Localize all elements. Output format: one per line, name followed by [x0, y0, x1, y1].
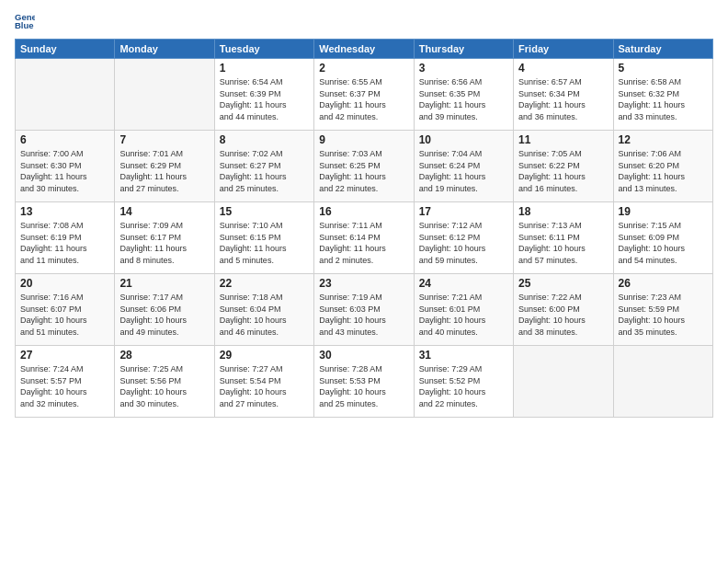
- calendar-cell: 8Sunrise: 7:02 AMSunset: 6:27 PMDaylight…: [214, 131, 313, 202]
- day-number: 8: [220, 133, 309, 146]
- day-number: 20: [20, 277, 109, 290]
- day-info: Sunrise: 6:57 AMSunset: 6:34 PMDaylight:…: [518, 76, 608, 122]
- calendar-cell: 28Sunrise: 7:25 AMSunset: 5:56 PMDayligh…: [115, 346, 214, 418]
- day-info: Sunrise: 7:06 AMSunset: 6:20 PMDaylight:…: [619, 148, 708, 194]
- weekday-header-sunday: Sunday: [16, 40, 115, 59]
- calendar-cell: 21Sunrise: 7:17 AMSunset: 6:06 PMDayligh…: [115, 274, 214, 346]
- calendar-cell: 26Sunrise: 7:23 AMSunset: 5:59 PMDayligh…: [613, 274, 712, 346]
- day-info: Sunrise: 7:24 AMSunset: 5:57 PMDaylight:…: [20, 363, 109, 409]
- calendar-cell: 12Sunrise: 7:06 AMSunset: 6:20 PMDayligh…: [613, 131, 712, 202]
- calendar-cell: 31Sunrise: 7:29 AMSunset: 5:52 PMDayligh…: [414, 346, 513, 418]
- calendar-week-4: 20Sunrise: 7:16 AMSunset: 6:07 PMDayligh…: [16, 274, 713, 346]
- day-info: Sunrise: 7:27 AMSunset: 5:54 PMDaylight:…: [220, 363, 309, 409]
- weekday-header-monday: Monday: [115, 40, 214, 59]
- day-number: 3: [419, 62, 508, 75]
- day-number: 14: [119, 205, 209, 218]
- day-number: 22: [220, 277, 309, 290]
- calendar-week-1: 1Sunrise: 6:54 AMSunset: 6:39 PMDaylight…: [16, 59, 713, 131]
- calendar-week-2: 6Sunrise: 7:00 AMSunset: 6:30 PMDaylight…: [16, 131, 713, 202]
- calendar-cell: 4Sunrise: 6:57 AMSunset: 6:34 PMDaylight…: [514, 59, 613, 131]
- calendar-cell: 10Sunrise: 7:04 AMSunset: 6:24 PMDayligh…: [414, 131, 513, 202]
- day-info: Sunrise: 7:18 AMSunset: 6:04 PMDaylight:…: [220, 292, 309, 338]
- calendar-cell: 1Sunrise: 6:54 AMSunset: 6:39 PMDaylight…: [214, 59, 313, 131]
- day-info: Sunrise: 7:11 AMSunset: 6:14 PMDaylight:…: [319, 220, 408, 266]
- day-number: 29: [220, 349, 309, 362]
- calendar-cell: 20Sunrise: 7:16 AMSunset: 6:07 PMDayligh…: [16, 274, 115, 346]
- calendar-cell: 11Sunrise: 7:05 AMSunset: 6:22 PMDayligh…: [514, 131, 613, 202]
- day-number: 28: [119, 349, 209, 362]
- day-number: 1: [220, 62, 309, 75]
- calendar-cell: 14Sunrise: 7:09 AMSunset: 6:17 PMDayligh…: [115, 202, 214, 274]
- day-info: Sunrise: 6:58 AMSunset: 6:32 PMDaylight:…: [619, 76, 708, 122]
- weekday-header-tuesday: Tuesday: [214, 40, 313, 59]
- day-number: 30: [319, 349, 408, 362]
- day-number: 2: [319, 62, 408, 75]
- day-info: Sunrise: 7:12 AMSunset: 6:12 PMDaylight:…: [419, 220, 508, 266]
- calendar-cell: 13Sunrise: 7:08 AMSunset: 6:19 PMDayligh…: [16, 202, 115, 274]
- day-info: Sunrise: 7:19 AMSunset: 6:03 PMDaylight:…: [319, 292, 408, 338]
- calendar-cell: 7Sunrise: 7:01 AMSunset: 6:29 PMDaylight…: [115, 131, 214, 202]
- day-info: Sunrise: 7:08 AMSunset: 6:19 PMDaylight:…: [20, 220, 109, 266]
- calendar-cell: [115, 59, 214, 131]
- calendar-cell: 3Sunrise: 6:56 AMSunset: 6:35 PMDaylight…: [414, 59, 513, 131]
- day-number: 18: [518, 205, 608, 218]
- calendar-cell: 16Sunrise: 7:11 AMSunset: 6:14 PMDayligh…: [314, 202, 414, 274]
- day-number: 15: [220, 205, 309, 218]
- day-info: Sunrise: 7:23 AMSunset: 5:59 PMDaylight:…: [619, 292, 708, 338]
- day-info: Sunrise: 7:03 AMSunset: 6:25 PMDaylight:…: [319, 148, 408, 194]
- day-number: 13: [20, 205, 109, 218]
- day-info: Sunrise: 7:01 AMSunset: 6:29 PMDaylight:…: [119, 148, 209, 194]
- calendar-cell: 30Sunrise: 7:28 AMSunset: 5:53 PMDayligh…: [314, 346, 414, 418]
- day-number: 11: [518, 133, 608, 146]
- day-number: 24: [419, 277, 508, 290]
- calendar-cell: 9Sunrise: 7:03 AMSunset: 6:25 PMDaylight…: [314, 131, 414, 202]
- day-number: 26: [619, 277, 708, 290]
- day-number: 19: [619, 205, 708, 218]
- day-info: Sunrise: 7:13 AMSunset: 6:11 PMDaylight:…: [518, 220, 608, 266]
- calendar-cell: [16, 59, 115, 131]
- day-number: 23: [319, 277, 408, 290]
- day-info: Sunrise: 7:21 AMSunset: 6:01 PMDaylight:…: [419, 292, 508, 338]
- day-info: Sunrise: 7:28 AMSunset: 5:53 PMDaylight:…: [319, 363, 408, 409]
- calendar-cell: 24Sunrise: 7:21 AMSunset: 6:01 PMDayligh…: [414, 274, 513, 346]
- day-number: 21: [119, 277, 209, 290]
- day-number: 25: [518, 277, 608, 290]
- day-info: Sunrise: 7:17 AMSunset: 6:06 PMDaylight:…: [119, 292, 209, 338]
- day-info: Sunrise: 6:54 AMSunset: 6:39 PMDaylight:…: [220, 76, 309, 122]
- calendar-cell: 23Sunrise: 7:19 AMSunset: 6:03 PMDayligh…: [314, 274, 414, 346]
- calendar-cell: 5Sunrise: 6:58 AMSunset: 6:32 PMDaylight…: [613, 59, 712, 131]
- calendar-cell: 19Sunrise: 7:15 AMSunset: 6:09 PMDayligh…: [613, 202, 712, 274]
- day-number: 7: [119, 133, 209, 146]
- weekday-header-row: SundayMondayTuesdayWednesdayThursdayFrid…: [16, 40, 713, 59]
- calendar-cell: 2Sunrise: 6:55 AMSunset: 6:37 PMDaylight…: [314, 59, 414, 131]
- day-info: Sunrise: 7:16 AMSunset: 6:07 PMDaylight:…: [20, 292, 109, 338]
- calendar-cell: 29Sunrise: 7:27 AMSunset: 5:54 PMDayligh…: [214, 346, 313, 418]
- calendar-week-3: 13Sunrise: 7:08 AMSunset: 6:19 PMDayligh…: [16, 202, 713, 274]
- day-info: Sunrise: 7:22 AMSunset: 6:00 PMDaylight:…: [518, 292, 608, 338]
- calendar-table: SundayMondayTuesdayWednesdayThursdayFrid…: [15, 39, 713, 418]
- day-number: 4: [518, 62, 608, 75]
- day-number: 17: [419, 205, 508, 218]
- day-info: Sunrise: 6:55 AMSunset: 6:37 PMDaylight:…: [319, 76, 408, 122]
- day-number: 16: [319, 205, 408, 218]
- day-number: 9: [319, 133, 408, 146]
- day-info: Sunrise: 7:25 AMSunset: 5:56 PMDaylight:…: [119, 363, 209, 409]
- day-number: 10: [419, 133, 508, 146]
- page: General Blue SundayMondayTuesdayWednesda…: [0, 0, 728, 563]
- header: General Blue: [15, 11, 713, 31]
- day-number: 12: [619, 133, 708, 146]
- day-number: 27: [20, 349, 109, 362]
- weekday-header-wednesday: Wednesday: [314, 40, 414, 59]
- weekday-header-saturday: Saturday: [613, 40, 712, 59]
- logo-icon: General Blue: [15, 11, 35, 31]
- day-info: Sunrise: 6:56 AMSunset: 6:35 PMDaylight:…: [419, 76, 508, 122]
- weekday-header-friday: Friday: [514, 40, 613, 59]
- day-info: Sunrise: 7:29 AMSunset: 5:52 PMDaylight:…: [419, 363, 508, 409]
- day-info: Sunrise: 7:00 AMSunset: 6:30 PMDaylight:…: [20, 148, 109, 194]
- logo: General Blue: [15, 11, 39, 31]
- calendar-cell: [613, 346, 712, 418]
- calendar-cell: [514, 346, 613, 418]
- calendar-cell: 15Sunrise: 7:10 AMSunset: 6:15 PMDayligh…: [214, 202, 313, 274]
- calendar-cell: 18Sunrise: 7:13 AMSunset: 6:11 PMDayligh…: [514, 202, 613, 274]
- day-info: Sunrise: 7:02 AMSunset: 6:27 PMDaylight:…: [220, 148, 309, 194]
